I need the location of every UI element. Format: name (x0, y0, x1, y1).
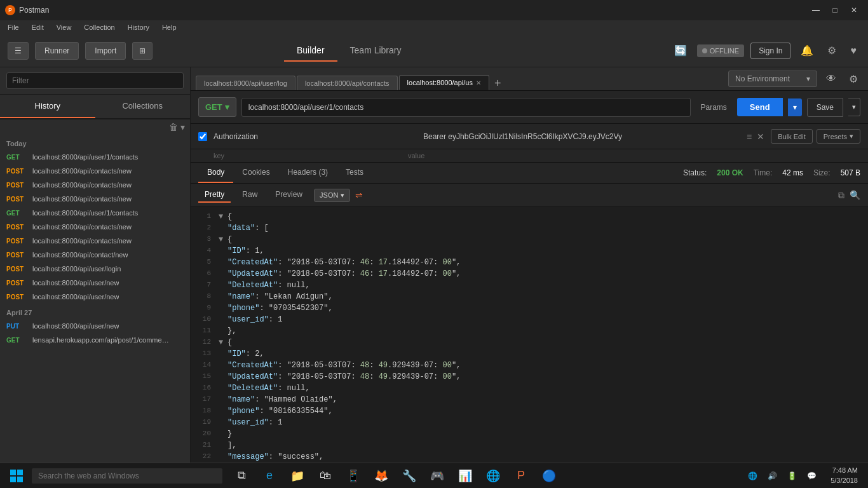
menu-collection[interactable]: Collection (81, 22, 117, 32)
app-icon-6[interactable]: 🔵 (536, 463, 562, 489)
start-button[interactable] (5, 464, 28, 487)
main-content: History Collections 🗑 ▾ Today GET localh… (0, 67, 868, 463)
fold-icon[interactable]: ▼ (219, 212, 227, 224)
pretty-tab[interactable]: Pretty (198, 187, 231, 203)
collections-tab[interactable]: Collections (95, 95, 191, 118)
fold-icon[interactable]: ▼ (219, 338, 227, 349)
params-button[interactable]: Params (696, 103, 732, 112)
app-icon-1[interactable]: 📱 (341, 463, 366, 489)
delete-history-button[interactable]: 🗑 ▾ (169, 122, 185, 132)
search-body-button[interactable]: 🔍 (850, 190, 860, 201)
close-tab-icon[interactable]: ✕ (476, 79, 481, 86)
heart-icon[interactable]: ♥ (846, 43, 860, 59)
sidebar-toggle-button[interactable]: ☰ (8, 42, 29, 60)
save-button[interactable]: Save (807, 98, 843, 117)
title-left: P Postman (5, 5, 49, 15)
menu-edit[interactable]: Edit (29, 22, 46, 32)
auth-checkbox[interactable] (198, 132, 207, 141)
app-icon-5[interactable]: 🌐 (480, 463, 506, 489)
add-tab-button[interactable]: + (491, 77, 505, 90)
edge-icon[interactable]: e (257, 463, 282, 489)
status-value: 200 OK (717, 168, 743, 177)
word-wrap-button[interactable]: ⇌ (355, 190, 363, 200)
eye-icon[interactable]: 👁 (822, 71, 840, 87)
save-arrow-button[interactable]: ▾ (848, 98, 860, 116)
cookies-tab[interactable]: Cookies (233, 163, 278, 183)
tests-tab[interactable]: Tests (337, 163, 372, 183)
menu-file[interactable]: File (5, 22, 22, 32)
new-tab-button[interactable]: ⊞ (132, 42, 153, 60)
line-content: ], (227, 441, 860, 452)
presets-button[interactable]: Presets ▾ (817, 129, 860, 144)
filter-input[interactable] (6, 72, 184, 89)
postman-taskbar-icon[interactable]: P (508, 463, 534, 489)
request-tab-3[interactable]: localhost:8000/api/us ✕ (399, 75, 489, 90)
bulk-edit-button[interactable]: Bulk Edit (771, 129, 812, 144)
send-button[interactable]: Send (737, 98, 783, 116)
list-item[interactable]: PUT localhost:8000/api/user/new (0, 319, 190, 333)
headers-tab[interactable]: Headers (3) (279, 163, 337, 183)
firefox-icon[interactable]: 🦊 (369, 463, 394, 489)
list-item[interactable]: POST localhost:8000/api/contacts/new (0, 234, 190, 248)
fold-icon[interactable]: ▼ (219, 235, 227, 247)
format-selector[interactable]: JSON ▾ (314, 189, 350, 202)
sync-icon: 🔄 (670, 42, 691, 59)
import-button[interactable]: Import (85, 42, 126, 60)
minimize-button[interactable]: — (807, 1, 825, 19)
line-number: 1 (198, 212, 219, 224)
menu-view[interactable]: View (54, 22, 74, 32)
notification-icon[interactable]: 💬 (803, 469, 820, 483)
copy-button[interactable]: ⧉ (838, 190, 844, 201)
battery-icon[interactable]: 🔋 (783, 469, 801, 483)
bell-icon[interactable]: 🔔 (797, 42, 817, 59)
settings-icon[interactable]: ⚙ (824, 42, 840, 59)
taskview-icon[interactable]: ⧉ (229, 463, 254, 489)
sign-in-button[interactable]: Sign In (750, 43, 790, 59)
app-icon-4[interactable]: 📊 (452, 463, 478, 489)
list-item[interactable]: GET localhost:8000/api/user/1/contacts (0, 206, 190, 220)
list-item[interactable]: POST localhost:8000/api/contacts/new (0, 220, 190, 234)
store-icon[interactable]: 🛍 (313, 463, 338, 489)
volume-icon[interactable]: 🔊 (764, 469, 781, 483)
preview-tab[interactable]: Preview (269, 187, 309, 203)
team-library-nav-button[interactable]: Team Library (337, 40, 414, 62)
builder-nav-button[interactable]: Builder (284, 40, 337, 62)
list-item[interactable]: POST localhost:8000/api/contact/new (0, 248, 190, 262)
list-item[interactable]: POST localhost:8000/api/contacts/new (0, 178, 190, 192)
request-tab-1[interactable]: localhost:8000/api/user/log (196, 76, 295, 90)
app-icon-3[interactable]: 🎮 (424, 463, 450, 489)
system-icons: 🌐 🔊 🔋 💬 (744, 469, 820, 483)
three-lines-icon[interactable]: ≡ (747, 132, 752, 142)
maximize-button[interactable]: □ (826, 1, 844, 19)
settings-env-icon[interactable]: ⚙ (845, 71, 862, 88)
raw-tab[interactable]: Raw (236, 187, 264, 203)
environment-selector[interactable]: No Environment ▾ (728, 71, 817, 87)
request-tab-2[interactable]: localhost:8000/api/contacts (297, 76, 398, 90)
network-icon[interactable]: 🌐 (744, 469, 761, 483)
list-item[interactable]: POST localhost:8000/api/user/login (0, 262, 190, 276)
app-icon-2[interactable]: 🔧 (397, 463, 422, 489)
list-item[interactable]: POST localhost:8000/api/user/new (0, 276, 190, 290)
close-auth-icon[interactable]: ✕ (757, 132, 764, 142)
list-item[interactable]: POST localhost:8000/api/contacts/new (0, 164, 190, 178)
body-tab[interactable]: Body (198, 163, 233, 183)
history-tab[interactable]: History (0, 95, 95, 118)
method-selector[interactable]: GET ▾ (198, 97, 236, 117)
list-item[interactable]: GET localhost:8000/api/user/1/contacts (0, 150, 190, 164)
clock-display[interactable]: 7:48 AM 5/3/2018 (825, 466, 863, 485)
taskbar-search-input[interactable] (32, 468, 222, 484)
fold-icon (219, 361, 227, 372)
url-input[interactable] (241, 98, 691, 117)
runner-button[interactable]: Runner (35, 42, 79, 60)
menu-history[interactable]: History (125, 22, 152, 32)
close-button[interactable]: ✕ (845, 1, 863, 19)
env-label: No Environment (735, 74, 790, 83)
explorer-icon[interactable]: 📁 (285, 463, 310, 489)
list-item[interactable]: GET lensapi.herokuapp.com/api/post/1/com… (0, 333, 190, 347)
list-item[interactable]: POST localhost:8000/api/contacts/new (0, 192, 190, 206)
history-list: Today GET localhost:8000/api/user/1/cont… (0, 135, 190, 463)
send-arrow-button[interactable]: ▾ (788, 98, 802, 116)
list-item[interactable]: POST localhost:8000/api/user/new (0, 290, 190, 304)
menu-help[interactable]: Help (159, 22, 179, 32)
line-number: 6 (198, 269, 219, 281)
